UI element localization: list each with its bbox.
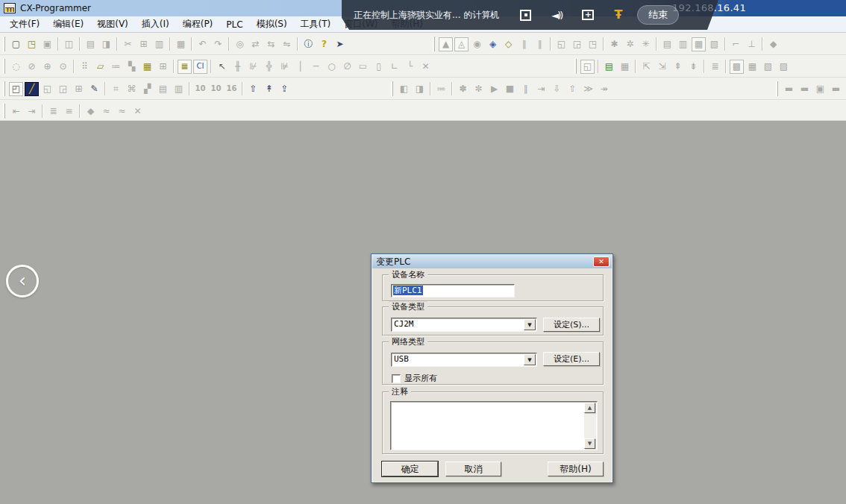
menu-item-insert[interactable]: 插入(I) — [135, 16, 176, 32]
watch-sheet-icon[interactable]: ≔ — [434, 82, 448, 96]
sim-run-icon[interactable]: ▶ — [487, 82, 501, 96]
sheet-grid-icon[interactable]: ▦ — [618, 60, 632, 74]
contact-closed-icon[interactable]: ⊮ — [246, 60, 260, 74]
watch-film-icon[interactable]: ▦ — [140, 60, 154, 74]
toolbar-grip[interactable] — [776, 81, 778, 96]
cross-reference-icon[interactable]: ⊞ — [156, 60, 170, 74]
style-clear-icon[interactable]: ✕ — [131, 104, 145, 119]
goto-output-icon[interactable]: ⇲ — [655, 60, 669, 74]
monitor-mode-icon[interactable]: ◬ — [454, 37, 469, 51]
context-help-icon[interactable]: ➤ — [333, 37, 347, 51]
memory-monitor-icon[interactable]: ▦ — [692, 37, 706, 51]
back-button[interactable]: ‹ — [6, 265, 39, 297]
device-type-settings-button[interactable]: 设定(S)... — [543, 318, 600, 332]
menu-item-edit[interactable]: 编辑(E) — [46, 16, 90, 32]
differentiate-up-icon[interactable]: ⌐ — [729, 37, 743, 51]
device-online-icon[interactable]: ◈ — [486, 37, 500, 51]
program-compare-icon[interactable]: ◳ — [586, 37, 600, 51]
zoom-out-icon[interactable]: ⊘ — [25, 60, 39, 74]
monitor-box-icon[interactable]: ▩ — [730, 60, 744, 74]
network-type-settings-button[interactable]: 设定(E)... — [543, 352, 600, 366]
time-chart-icon[interactable]: ▥ — [172, 82, 186, 96]
vertical-line-icon[interactable]: │ — [293, 60, 307, 74]
window-cascade-icon[interactable]: ◨ — [413, 82, 427, 96]
decimal-icon[interactable]: 10 — [193, 82, 207, 96]
new-window-icon[interactable]: + — [582, 10, 594, 20]
replace-ab-icon[interactable]: ⇋ — [280, 37, 294, 51]
dialog-title-bar[interactable]: 变更PLC ✕ — [372, 255, 612, 268]
menu-item-view[interactable]: 视图(V) — [90, 16, 135, 32]
contact-or-open-icon[interactable]: ╬ — [262, 60, 276, 74]
horizontal-line-icon[interactable]: ─ — [309, 60, 323, 74]
style-percent2-icon[interactable]: ≈ — [115, 104, 129, 119]
sim-fast-icon[interactable]: ≫ — [581, 82, 595, 96]
style-brush-icon[interactable]: ◆ — [84, 104, 98, 119]
rung-comment-icon[interactable]: ▱ — [93, 60, 107, 74]
rung-wrap-icon[interactable]: ◱ — [580, 60, 595, 74]
browse-tree-icon[interactable]: ≣ — [708, 60, 722, 74]
data-trace-icon[interactable]: ▤ — [156, 82, 170, 96]
sim-pause-icon[interactable]: ∥ — [518, 82, 533, 96]
hex-icon[interactable]: 16 — [225, 82, 239, 96]
replace-icon[interactable]: ⇄ — [248, 37, 263, 51]
goto-prev-address-icon[interactable]: ⇟ — [686, 60, 701, 74]
paste-special-icon[interactable]: ▦ — [174, 37, 188, 51]
toolbar-grip[interactable] — [3, 81, 5, 96]
comment-scrollbar[interactable]: ▲ ▼ — [584, 403, 596, 449]
pause-icon[interactable]: ∥ — [533, 37, 547, 51]
print-preview-icon[interactable]: ◨ — [99, 37, 113, 51]
window-swap-icon[interactable]: ◧ — [397, 82, 411, 96]
force-on-icon[interactable]: ✱ — [607, 37, 621, 51]
scroll-down-icon[interactable]: ▼ — [584, 438, 595, 449]
online-work-icon[interactable]: ▲ — [439, 37, 453, 51]
goto-next-address-icon[interactable]: ⇞ — [671, 60, 685, 74]
pause-monitor-icon[interactable]: ∥ — [517, 37, 531, 51]
cancel-button[interactable]: 取消 — [445, 462, 501, 476]
program-check-icon[interactable]: ◱ — [554, 37, 568, 51]
find-icon[interactable]: ◎ — [233, 37, 247, 51]
paste-icon[interactable]: ▥ — [152, 37, 166, 51]
build-hammer-icon[interactable]: ╱ — [25, 82, 39, 96]
toolbar-grip[interactable] — [3, 104, 5, 119]
device-name-input[interactable]: 新PLC1 — [391, 284, 515, 297]
monitor-check-icon[interactable]: ▧ — [761, 60, 775, 74]
coil-open-icon[interactable]: ○ — [325, 60, 339, 74]
online-edit-cancel-icon[interactable]: ✼ — [471, 82, 486, 96]
chevron-down-icon[interactable]: ▼ — [524, 354, 536, 365]
symbol-table-icon[interactable]: ▚ — [125, 60, 139, 74]
program-transfer-icon[interactable]: ◲ — [570, 37, 584, 51]
show-all-checkbox[interactable] — [392, 374, 401, 383]
comment-textarea[interactable]: ▲ ▼ — [390, 401, 598, 450]
toolbar-grip[interactable] — [574, 59, 577, 74]
address-window-icon[interactable]: ⊞ — [72, 82, 86, 96]
toolbar-grip[interactable] — [3, 37, 5, 51]
scroll-up-icon[interactable]: ▲ — [584, 403, 595, 413]
instruction-icon[interactable]: ▭ — [356, 60, 370, 74]
force-off-icon[interactable]: ✲ — [623, 37, 637, 51]
indent-left-icon[interactable]: ⇤ — [9, 104, 23, 119]
menu-item-tools[interactable]: 工具(T) — [294, 16, 338, 32]
grid-icon[interactable]: ⠿ — [78, 60, 92, 74]
preview-window-icon[interactable]: ◫ — [62, 37, 76, 51]
zoom-tool-icon[interactable]: ◌ — [9, 60, 23, 74]
sim-step-icon[interactable]: ⇥ — [534, 82, 548, 96]
menu-item-file[interactable]: 文件(F) — [3, 16, 46, 32]
function-block-icon[interactable]: ∟ — [387, 60, 401, 74]
properties-icon[interactable]: ✎ — [87, 82, 101, 96]
sim-step-out-icon[interactable]: ⇧ — [565, 82, 580, 96]
special-unit-icon[interactable]: ⌘ — [125, 82, 139, 96]
style-percent-icon[interactable]: ≈ — [99, 104, 113, 119]
online-edit-send-icon[interactable]: ✽ — [456, 82, 470, 96]
memory-fill-icon[interactable]: ▣ — [813, 82, 827, 96]
network-type-combo[interactable]: USB ▼ — [391, 353, 537, 367]
statement-list-icon[interactable]: ≔ — [109, 60, 123, 74]
ci-window-icon[interactable]: CI — [193, 60, 207, 74]
sim-to-end-icon[interactable]: ↠ — [597, 82, 611, 96]
indent-right-icon[interactable]: ⇥ — [25, 104, 39, 119]
close-icon[interactable]: ✕ — [593, 256, 610, 267]
sma-library-icon[interactable]: ▦ — [178, 60, 192, 74]
edge-partial-icon[interactable]: ◆ — [766, 37, 780, 51]
help-icon[interactable]: ? — [317, 37, 331, 51]
menu-item-simulation[interactable]: 模拟(S) — [250, 16, 294, 32]
pin-icon[interactable]: Ŧ — [614, 9, 622, 21]
